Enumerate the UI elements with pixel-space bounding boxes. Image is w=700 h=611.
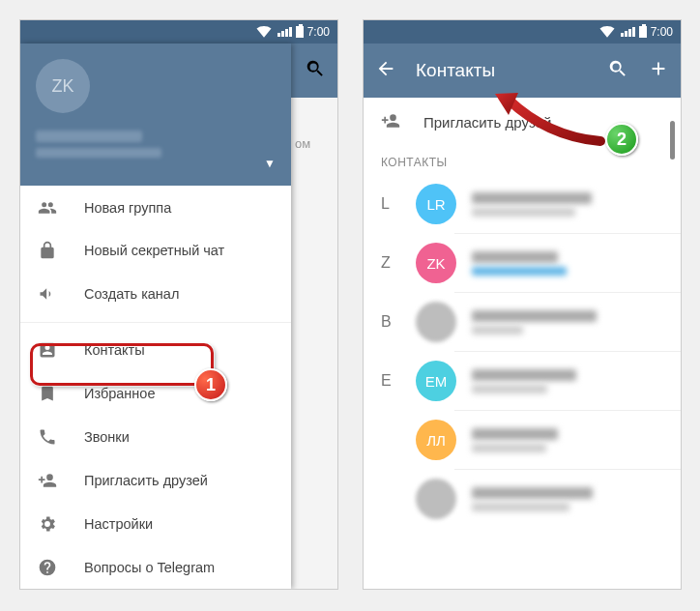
menu-new-group[interactable]: Новая группа bbox=[20, 186, 291, 229]
section-header: КОНТАКТЫ bbox=[364, 146, 681, 175]
battery-icon bbox=[639, 26, 647, 38]
menu-label: Контакты bbox=[84, 342, 145, 358]
menu-saved[interactable]: Избранное bbox=[20, 372, 291, 416]
menu-label: Создать канал bbox=[84, 286, 179, 302]
wifi-icon bbox=[598, 21, 617, 44]
app-bar: Контакты bbox=[364, 44, 681, 98]
nav-drawer: ZK ▼ Новая группа Новый секретный чат Со… bbox=[20, 44, 291, 589]
contact-info bbox=[472, 369, 669, 393]
contact-status-blurred bbox=[472, 503, 569, 511]
menu-contacts[interactable]: Контакты bbox=[20, 329, 291, 372]
index-letter: Z bbox=[381, 254, 400, 272]
contact-avatar bbox=[416, 302, 456, 342]
bookmark-icon bbox=[38, 384, 57, 403]
phone-right-contacts: 7:00 Контакты Пригласить друзей КОНТАКТЫ… bbox=[363, 19, 682, 590]
phone-left-drawer: 7:00 ом ZK ▼ Новая группа Новый секретны… bbox=[19, 19, 338, 590]
contacts-list: LLRZZKBEEMЛЛ bbox=[364, 175, 681, 528]
menu-calls[interactable]: Звонки bbox=[20, 415, 291, 458]
menu-label: Пригласить друзей bbox=[84, 473, 208, 488]
search-icon[interactable] bbox=[305, 58, 326, 83]
contact-row[interactable]: ZZK bbox=[364, 234, 681, 292]
contact-status-blurred bbox=[472, 326, 523, 335]
contact-name-blurred bbox=[472, 428, 558, 440]
signal-icon bbox=[277, 27, 292, 37]
invite-label: Пригласить друзей bbox=[423, 114, 551, 131]
contact-status-blurred bbox=[472, 385, 547, 393]
contact-name-blurred bbox=[472, 369, 576, 381]
contact-status-blurred bbox=[472, 208, 575, 217]
contact-name-blurred bbox=[472, 251, 558, 263]
status-time: 7:00 bbox=[651, 25, 673, 39]
contact-info bbox=[472, 487, 669, 511]
contact-row[interactable]: LLR bbox=[364, 175, 681, 233]
status-time: 7:00 bbox=[307, 25, 330, 39]
profile-phone-blurred bbox=[36, 148, 161, 158]
scrollbar[interactable] bbox=[670, 121, 675, 160]
index-letter: B bbox=[381, 313, 400, 331]
contact-row[interactable]: ЛЛ bbox=[364, 411, 681, 469]
help-icon bbox=[38, 558, 57, 577]
person-add-icon bbox=[38, 471, 57, 490]
drawer-profile[interactable]: ZK ▼ bbox=[20, 44, 291, 186]
menu-faq[interactable]: Вопросы о Telegram bbox=[20, 545, 291, 589]
contact-name-blurred bbox=[472, 487, 593, 499]
contact-info bbox=[472, 428, 669, 452]
menu-label: Избранное bbox=[84, 386, 155, 401]
menu-invite[interactable]: Пригласить друзей bbox=[20, 458, 291, 502]
chevron-down-icon[interactable]: ▼ bbox=[264, 157, 276, 170]
chat-peek: ом bbox=[289, 98, 337, 189]
menu-secret-chat[interactable]: Новый секретный чат bbox=[20, 229, 291, 273]
contact-avatar: ZK bbox=[416, 243, 456, 283]
contact-name-blurred bbox=[472, 310, 597, 322]
index-letter: E bbox=[381, 372, 400, 390]
group-icon bbox=[38, 198, 57, 218]
menu-label: Вопросы о Telegram bbox=[84, 560, 215, 575]
gear-icon bbox=[38, 514, 57, 534]
page-title: Контакты bbox=[416, 60, 588, 81]
back-button[interactable] bbox=[375, 58, 396, 83]
lock-icon bbox=[38, 241, 57, 260]
add-contact-button[interactable] bbox=[648, 58, 669, 83]
menu-label: Новый секретный чат bbox=[84, 243, 224, 258]
index-letter: L bbox=[381, 195, 400, 213]
signal-icon bbox=[621, 27, 635, 37]
contacts-icon bbox=[38, 340, 57, 360]
invite-friends-row[interactable]: Пригласить друзей bbox=[364, 98, 681, 146]
menu-channel[interactable]: Создать канал bbox=[20, 273, 291, 316]
contact-avatar: ЛЛ bbox=[416, 420, 456, 460]
contact-status-blurred bbox=[472, 267, 567, 276]
contact-avatar: EM bbox=[416, 361, 456, 401]
contact-avatar bbox=[416, 479, 456, 519]
contact-info bbox=[472, 192, 669, 217]
status-bar: 7:00 bbox=[20, 20, 337, 44]
contact-avatar: LR bbox=[416, 184, 456, 224]
profile-name-blurred bbox=[36, 131, 142, 142]
status-bar: 7:00 bbox=[364, 20, 681, 44]
menu-label: Звонки bbox=[84, 429, 130, 445]
megaphone-icon bbox=[38, 284, 57, 304]
contact-status-blurred bbox=[472, 444, 546, 452]
person-add-icon bbox=[381, 111, 400, 133]
search-button[interactable] bbox=[607, 58, 628, 83]
menu-settings[interactable]: Настройки bbox=[20, 502, 291, 545]
contact-info bbox=[472, 310, 669, 335]
contact-name-blurred bbox=[472, 192, 592, 204]
contact-row[interactable]: EEM bbox=[364, 352, 681, 410]
chat-list-behind: ом bbox=[289, 44, 337, 589]
menu-label: Настройки bbox=[84, 516, 153, 532]
contact-row[interactable]: B bbox=[364, 293, 681, 351]
battery-icon bbox=[296, 26, 304, 38]
avatar: ZK bbox=[36, 59, 90, 113]
contact-info bbox=[472, 251, 669, 276]
menu-label: Новая группа bbox=[84, 200, 171, 216]
contact-row[interactable] bbox=[364, 470, 681, 528]
wifi-icon bbox=[254, 21, 274, 44]
phone-icon bbox=[38, 427, 57, 447]
divider bbox=[20, 322, 291, 323]
